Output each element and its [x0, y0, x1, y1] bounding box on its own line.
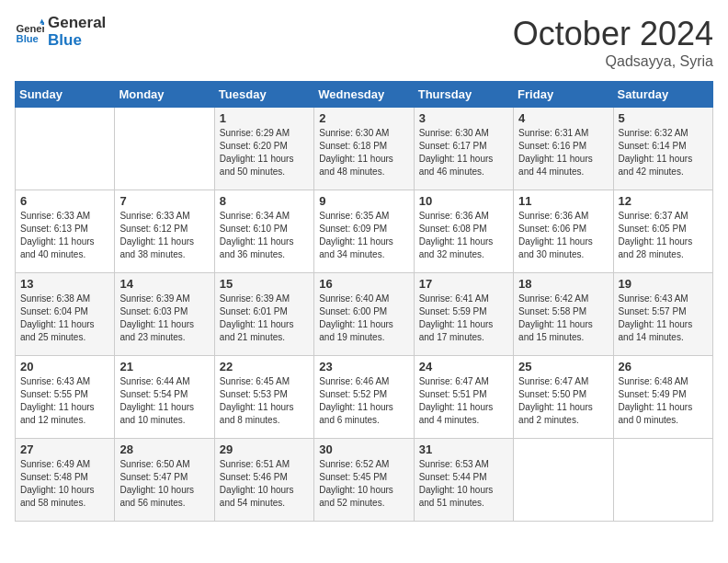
week-row-5: 27Sunrise: 6:49 AMSunset: 5:48 PMDayligh… [16, 439, 713, 522]
calendar-cell: 4Sunrise: 6:31 AMSunset: 6:16 PMDaylight… [514, 108, 613, 190]
day-info: Sunrise: 6:43 AMSunset: 5:57 PMDaylight:… [619, 293, 708, 344]
day-number: 1 [220, 111, 309, 125]
calendar-cell: 14Sunrise: 6:39 AMSunset: 6:03 PMDayligh… [115, 273, 214, 356]
logo-text-general: General [48, 15, 106, 32]
day-number: 8 [220, 194, 309, 208]
day-info: Sunrise: 6:50 AMSunset: 5:47 PMDaylight:… [119, 458, 209, 510]
calendar-cell: 21Sunrise: 6:44 AMSunset: 5:54 PMDayligh… [115, 356, 214, 439]
svg-text:General: General [17, 23, 44, 34]
day-number: 20 [20, 360, 109, 373]
day-number: 6 [20, 194, 109, 208]
day-info: Sunrise: 6:29 AMSunset: 6:20 PMDaylight:… [220, 127, 309, 178]
calendar-cell: 28Sunrise: 6:50 AMSunset: 5:47 PMDayligh… [115, 439, 214, 522]
day-number: 14 [119, 277, 209, 291]
day-header-monday: Monday [115, 82, 214, 108]
day-number: 24 [419, 360, 508, 373]
day-number: 25 [518, 360, 608, 373]
day-header-thursday: Thursday [414, 82, 513, 108]
day-number: 3 [419, 111, 508, 125]
calendar-cell: 1Sunrise: 6:29 AMSunset: 6:20 PMDaylight… [214, 108, 313, 190]
day-info: Sunrise: 6:35 AMSunset: 6:09 PMDaylight:… [319, 210, 408, 261]
day-info: Sunrise: 6:44 AMSunset: 5:54 PMDaylight:… [119, 375, 209, 427]
calendar-table: SundayMondayTuesdayWednesdayThursdayFrid… [15, 81, 713, 522]
logo: General Blue General Blue [15, 15, 106, 49]
day-info: Sunrise: 6:36 AMSunset: 6:06 PMDaylight:… [518, 210, 608, 261]
page-header: General Blue General Blue October 2024 Q… [15, 15, 713, 70]
day-info: Sunrise: 6:52 AMSunset: 5:45 PMDaylight:… [319, 458, 408, 510]
week-row-2: 6Sunrise: 6:33 AMSunset: 6:13 PMDaylight… [16, 190, 713, 273]
calendar-cell: 3Sunrise: 6:30 AMSunset: 6:17 PMDaylight… [414, 108, 513, 190]
calendar-header-row: SundayMondayTuesdayWednesdayThursdayFrid… [16, 82, 713, 108]
day-info: Sunrise: 6:33 AMSunset: 6:13 PMDaylight:… [20, 210, 109, 261]
day-number: 5 [619, 111, 708, 125]
day-info: Sunrise: 6:39 AMSunset: 6:01 PMDaylight:… [220, 293, 309, 344]
day-info: Sunrise: 6:39 AMSunset: 6:03 PMDaylight:… [119, 293, 209, 344]
calendar-cell: 11Sunrise: 6:36 AMSunset: 6:06 PMDayligh… [514, 190, 613, 273]
day-number: 15 [220, 277, 309, 291]
calendar-cell: 17Sunrise: 6:41 AMSunset: 5:59 PMDayligh… [414, 273, 513, 356]
month-title: October 2024 [513, 15, 713, 53]
calendar-cell: 31Sunrise: 6:53 AMSunset: 5:44 PMDayligh… [414, 439, 513, 522]
day-number: 7 [119, 194, 209, 208]
day-number: 12 [619, 194, 708, 208]
day-info: Sunrise: 6:40 AMSunset: 6:00 PMDaylight:… [319, 293, 408, 344]
calendar-cell: 10Sunrise: 6:36 AMSunset: 6:08 PMDayligh… [414, 190, 513, 273]
day-info: Sunrise: 6:48 AMSunset: 5:49 PMDaylight:… [619, 375, 708, 427]
day-number: 22 [220, 360, 309, 373]
day-number: 29 [220, 442, 309, 456]
day-number: 13 [20, 277, 109, 291]
day-info: Sunrise: 6:41 AMSunset: 5:59 PMDaylight:… [419, 293, 508, 344]
calendar-cell: 9Sunrise: 6:35 AMSunset: 6:09 PMDaylight… [314, 190, 414, 273]
day-number: 16 [319, 277, 408, 291]
day-header-saturday: Saturday [613, 82, 712, 108]
day-header-sunday: Sunday [16, 82, 115, 108]
calendar-cell: 12Sunrise: 6:37 AMSunset: 6:05 PMDayligh… [613, 190, 712, 273]
calendar-cell: 6Sunrise: 6:33 AMSunset: 6:13 PMDaylight… [16, 190, 115, 273]
day-info: Sunrise: 6:37 AMSunset: 6:05 PMDaylight:… [619, 210, 708, 261]
day-info: Sunrise: 6:49 AMSunset: 5:48 PMDaylight:… [20, 458, 109, 510]
day-number: 26 [619, 360, 708, 373]
calendar-cell: 13Sunrise: 6:38 AMSunset: 6:04 PMDayligh… [16, 273, 115, 356]
calendar-cell: 26Sunrise: 6:48 AMSunset: 5:49 PMDayligh… [613, 356, 712, 439]
day-info: Sunrise: 6:31 AMSunset: 6:16 PMDaylight:… [518, 127, 608, 178]
day-info: Sunrise: 6:47 AMSunset: 5:51 PMDaylight:… [419, 375, 508, 427]
week-row-4: 20Sunrise: 6:43 AMSunset: 5:55 PMDayligh… [16, 356, 713, 439]
calendar-cell: 19Sunrise: 6:43 AMSunset: 5:57 PMDayligh… [613, 273, 712, 356]
calendar-cell: 27Sunrise: 6:49 AMSunset: 5:48 PMDayligh… [16, 439, 115, 522]
calendar-cell: 18Sunrise: 6:42 AMSunset: 5:58 PMDayligh… [514, 273, 613, 356]
day-info: Sunrise: 6:32 AMSunset: 6:14 PMDaylight:… [619, 127, 708, 178]
calendar-cell: 15Sunrise: 6:39 AMSunset: 6:01 PMDayligh… [214, 273, 313, 356]
day-info: Sunrise: 6:38 AMSunset: 6:04 PMDaylight:… [20, 293, 109, 344]
calendar-cell: 22Sunrise: 6:45 AMSunset: 5:53 PMDayligh… [214, 356, 313, 439]
calendar-cell: 5Sunrise: 6:32 AMSunset: 6:14 PMDaylight… [613, 108, 712, 190]
location-subtitle: Qadsayya, Syria [513, 53, 713, 70]
day-number: 27 [20, 442, 109, 456]
day-info: Sunrise: 6:46 AMSunset: 5:52 PMDaylight:… [319, 375, 408, 427]
day-info: Sunrise: 6:30 AMSunset: 6:17 PMDaylight:… [419, 127, 508, 178]
calendar-cell [16, 108, 115, 190]
day-number: 18 [518, 277, 608, 291]
day-number: 23 [319, 360, 408, 373]
day-header-wednesday: Wednesday [314, 82, 414, 108]
day-number: 11 [518, 194, 608, 208]
day-number: 10 [419, 194, 508, 208]
day-info: Sunrise: 6:36 AMSunset: 6:08 PMDaylight:… [419, 210, 508, 261]
day-number: 28 [119, 442, 209, 456]
day-number: 19 [619, 277, 708, 291]
calendar-cell [115, 108, 214, 190]
day-header-friday: Friday [514, 82, 613, 108]
calendar-cell [613, 439, 712, 522]
day-number: 9 [319, 194, 408, 208]
day-info: Sunrise: 6:30 AMSunset: 6:18 PMDaylight:… [319, 127, 408, 178]
calendar-cell [514, 439, 613, 522]
day-info: Sunrise: 6:33 AMSunset: 6:12 PMDaylight:… [119, 210, 209, 261]
calendar-cell: 7Sunrise: 6:33 AMSunset: 6:12 PMDaylight… [115, 190, 214, 273]
calendar-cell: 29Sunrise: 6:51 AMSunset: 5:46 PMDayligh… [214, 439, 313, 522]
day-info: Sunrise: 6:47 AMSunset: 5:50 PMDaylight:… [518, 375, 608, 427]
calendar-cell: 23Sunrise: 6:46 AMSunset: 5:52 PMDayligh… [314, 356, 414, 439]
calendar-cell: 30Sunrise: 6:52 AMSunset: 5:45 PMDayligh… [314, 439, 414, 522]
calendar-cell: 8Sunrise: 6:34 AMSunset: 6:10 PMDaylight… [214, 190, 313, 273]
svg-text:Blue: Blue [17, 33, 39, 44]
day-number: 21 [119, 360, 209, 373]
day-info: Sunrise: 6:45 AMSunset: 5:53 PMDaylight:… [220, 375, 309, 427]
